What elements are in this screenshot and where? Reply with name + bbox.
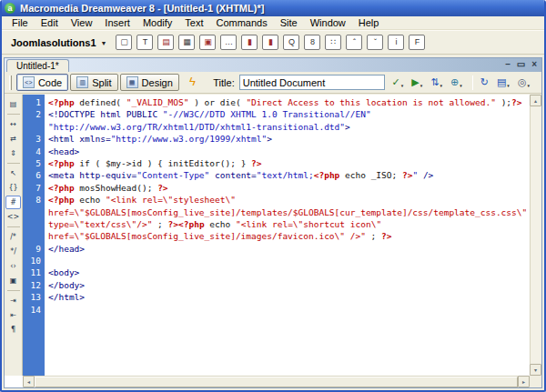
toolbar-separator xyxy=(472,75,473,90)
select-parent-tag-icon[interactable]: ↖ xyxy=(5,166,21,180)
code-editor[interactable]: <?php defined( "_VALID_MOS" ) or die( "D… xyxy=(45,95,530,376)
code-segment: content= xyxy=(209,170,256,180)
collapse-selection-icon[interactable]: ⇄ xyxy=(5,132,21,146)
line-number: 9 xyxy=(23,243,41,255)
menu-edit[interactable]: Edit xyxy=(35,16,65,29)
recent-snippets-icon[interactable]: ▣ xyxy=(5,274,21,287)
coding-toolbar: ▤↔⇄⇕↖{}#<>/**/‹›▣⇥⇤¶ xyxy=(5,95,23,376)
line-number: 6 xyxy=(23,169,41,181)
chevron-down-icon: ▾ xyxy=(420,83,423,88)
expand-all-icon[interactable]: ⇕ xyxy=(5,146,21,160)
code-line xyxy=(48,304,530,316)
refresh-icon[interactable]: ↻ xyxy=(480,76,489,88)
restore-icon[interactable]: ▭ xyxy=(517,59,525,70)
horizontal-scrollbar-thumb[interactable] xyxy=(35,377,518,387)
table-icon[interactable]: ▦ xyxy=(178,35,195,50)
check-page-icon[interactable]: ✓▾ xyxy=(392,76,404,88)
window-bar-icon[interactable]: ▤ xyxy=(157,35,174,50)
menu-window[interactable]: Window xyxy=(304,16,352,29)
live-data-view-icon[interactable]: ϟ xyxy=(183,74,202,91)
info-icon[interactable]: i xyxy=(388,35,404,50)
wrap-tag-icon[interactable]: ‹› xyxy=(5,259,21,273)
code-segment: <?php xyxy=(178,219,209,229)
close-icon[interactable]: × xyxy=(531,59,537,70)
caret-up-icon[interactable]: ˆ xyxy=(346,35,362,50)
format-source-code-icon[interactable]: ¶ xyxy=(5,323,21,337)
caret-down-icon[interactable]: ˇ xyxy=(367,35,383,50)
red-bar-icon-2[interactable]: ▮ xyxy=(262,35,278,50)
function-icon[interactable]: F xyxy=(409,35,425,50)
search-icon[interactable]: Q xyxy=(283,35,299,50)
menu-text[interactable]: Text xyxy=(178,16,209,29)
line-number: 1 xyxy=(23,96,41,108)
number-icon[interactable]: 8 xyxy=(304,35,320,50)
menu-modify[interactable]: Modify xyxy=(136,16,178,29)
module-box-icon[interactable]: ▣ xyxy=(199,35,216,50)
menu-help[interactable]: Help xyxy=(352,16,386,29)
toolbar-separator xyxy=(7,114,20,115)
chevron-down-icon[interactable]: ▼ xyxy=(101,40,107,46)
open-documents-icon[interactable]: ▤ xyxy=(5,97,21,111)
design-view-button[interactable]: ▦Design xyxy=(120,74,179,91)
code-segment: ?> xyxy=(511,97,521,107)
split-view-button[interactable]: ▥Split xyxy=(70,74,117,91)
line-numbers-icon[interactable]: # xyxy=(5,196,21,209)
document-tab[interactable]: Untitled-1* xyxy=(6,59,69,72)
menu-file[interactable]: File xyxy=(5,16,35,29)
line-number-gutter: 1234567891011121314 xyxy=(23,95,45,376)
code-segment: "<link rel=\"stylesheet\" xyxy=(106,195,236,205)
file-management-icon[interactable]: ⇅▾ xyxy=(430,76,442,88)
menu-insert[interactable]: Insert xyxy=(98,16,136,29)
minimize-icon[interactable]: – xyxy=(505,59,511,70)
indent-code-icon[interactable]: ⇥ xyxy=(5,294,21,307)
scroll-up-icon[interactable]: ▴ xyxy=(530,95,541,106)
apply-comment-icon[interactable]: /* xyxy=(5,230,21,244)
outdent-code-icon[interactable]: ⇤ xyxy=(5,308,21,322)
scroll-right-icon[interactable]: ▸ xyxy=(518,376,530,387)
menu-bar: FileEditViewInsertModifyTextCommandsSite… xyxy=(2,16,544,30)
remove-comment-icon[interactable]: */ xyxy=(5,245,21,258)
insert-category-dropdown[interactable]: Joomlasolutions1 xyxy=(11,37,96,48)
code-view-button[interactable]: <>Code xyxy=(16,74,68,91)
menu-site[interactable]: Site xyxy=(274,16,304,29)
code-line: href=\"$GLOBALS[mosConfig_live_site]/ima… xyxy=(48,230,530,242)
preview-debug-icon-glyph: ▶ xyxy=(411,76,419,88)
balance-braces-icon[interactable]: {} xyxy=(5,181,21,195)
highlight-invalid-code-icon[interactable]: <> xyxy=(5,210,21,224)
code-line: <!DOCTYPE html PUBLIC "-//W3C//DTD XHTML… xyxy=(48,108,530,120)
line-number: 13 xyxy=(23,291,41,303)
preview-browser-icon[interactable]: ⊕▾ xyxy=(450,76,462,88)
line-number: 8 xyxy=(23,194,41,206)
document-title-input[interactable] xyxy=(239,75,385,90)
scroll-left-icon[interactable]: ◂ xyxy=(23,376,35,387)
menu-view[interactable]: View xyxy=(65,16,99,29)
view-options-icon[interactable]: ▤▾ xyxy=(497,76,510,88)
code-segment: ?> xyxy=(381,231,391,241)
check-page-icon-glyph: ✓ xyxy=(392,76,400,88)
template-text-icon[interactable]: T xyxy=(136,35,153,50)
collapse-full-tag-icon[interactable]: ↔ xyxy=(5,117,21,131)
visual-aids-icon[interactable]: ◎▾ xyxy=(518,76,530,88)
red-bar-icon[interactable]: ▮ xyxy=(241,35,258,50)
dots-icon[interactable]: ∷ xyxy=(325,35,341,50)
ellipsis-icon[interactable]: … xyxy=(220,35,237,50)
code-segment: echo _ISO; xyxy=(345,170,402,180)
code-segment: "http://www.w3.org/1999/xhtml" xyxy=(111,134,268,144)
code-line: "http://www.w3.org/TR/xhtml1/DTD/xhtml1-… xyxy=(48,121,530,133)
code-segment: <meta http-equiv= xyxy=(48,170,136,180)
scroll-down-icon[interactable]: ▾ xyxy=(530,364,541,376)
code-segment: ?> xyxy=(168,219,178,229)
code-segment: ?> xyxy=(402,170,412,180)
menu-commands[interactable]: Commands xyxy=(209,16,273,29)
code-segment: <?php xyxy=(314,170,345,180)
code-line: <html xmlns="http://www.w3.org/1999/xhtm… xyxy=(48,133,530,145)
toolbar-grip[interactable] xyxy=(9,75,12,90)
new-document-icon[interactable]: ▢ xyxy=(116,35,132,50)
code-line: <?php if ( $my->id ) { initEditor(); } ?… xyxy=(48,157,530,169)
vertical-scrollbar[interactable]: ▴ ▾ xyxy=(530,95,541,376)
file-management-icon-glyph: ⇅ xyxy=(430,76,439,88)
horizontal-scrollbar[interactable]: ◂ ▸ xyxy=(23,376,530,387)
code-segment: /> xyxy=(418,170,433,180)
line-number: 14 xyxy=(23,304,41,316)
preview-debug-icon[interactable]: ▶▾ xyxy=(411,76,422,88)
